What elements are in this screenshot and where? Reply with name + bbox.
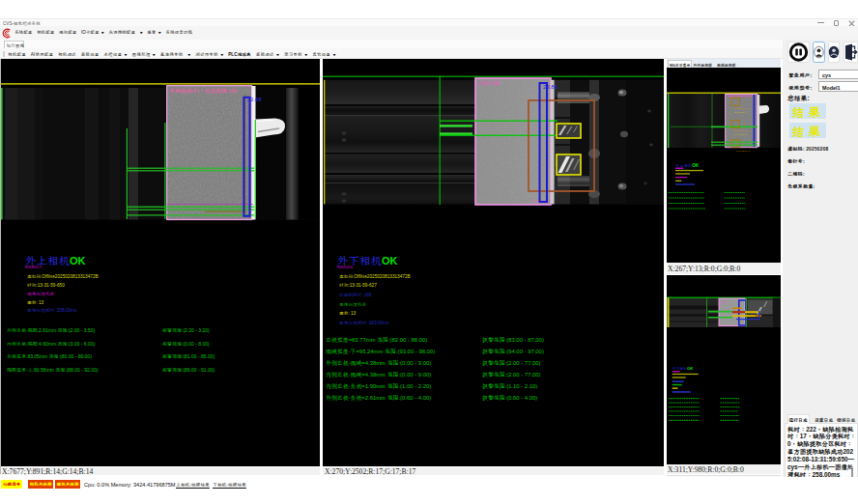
- svg-text:寻距阈值:93，动态阈值:100: 寻距阈值:93，动态阈值:100: [169, 87, 237, 95]
- svg-text:AI框: AI框: [721, 300, 727, 304]
- svg-text:23.2 95.2:1.8: 23.2 95.2:1.8: [736, 149, 751, 153]
- svg-text:AI检测框: AI检测框: [478, 79, 501, 87]
- svg-text:23.48: 23.48: [247, 97, 263, 102]
- svg-text:外下相机OK: 外下相机OK: [672, 366, 693, 371]
- svg-text:外上相机OK: 外上相机OK: [675, 163, 700, 168]
- svg-text:23.2 95.2:1: 23.2 95.2:1: [734, 110, 747, 114]
- svg-text:23.88: 23.88: [543, 84, 558, 90]
- svg-text:23.2 95.2:1.1: 23.2 95.2:1.1: [734, 132, 749, 136]
